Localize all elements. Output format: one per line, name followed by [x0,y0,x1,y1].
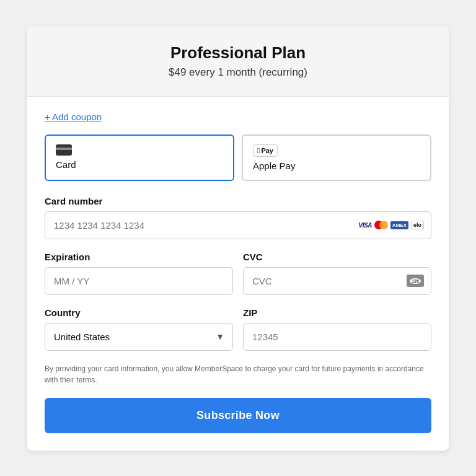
apple-logo-icon:  [257,146,260,155]
zip-label: ZIP [243,307,431,318]
card-brands: VISA AMEX elo [359,221,424,229]
disclaimer-text: By providing your card information, you … [45,363,431,386]
mastercard-icon [374,221,388,229]
cvc-card-icon [407,275,424,287]
cvc-section: CVC [243,252,431,295]
country-section: Country United States ▼ [45,307,233,351]
cvc-label: CVC [243,252,431,262]
form-body: + Add coupon Card  Pay Apple Pay Card n… [27,97,449,451]
expiry-cvc-row: Expiration CVC [45,252,431,307]
amex-icon: AMEX [390,221,408,229]
zip-input[interactable] [243,323,431,351]
expiration-label: Expiration [45,252,233,262]
card-payment-option[interactable]: Card [45,134,234,181]
apple-pay-badge:  Pay [253,144,278,157]
cvc-wrapper [243,267,431,295]
zip-section: ZIP [243,307,431,351]
card-label: Card [56,159,76,170]
payment-container: Professional Plan $49 every 1 month (rec… [27,26,449,451]
card-number-label: Card number [45,196,431,206]
card-number-section: Card number VISA AMEX elo [45,196,431,239]
country-select[interactable]: United States [45,323,233,351]
plan-price: $49 every 1 month (recurring) [40,66,436,79]
subscribe-button[interactable]: Subscribe Now [45,398,431,433]
apple-pay-option[interactable]:  Pay Apple Pay [242,134,431,181]
plan-title: Professional Plan [40,43,436,63]
expiration-section: Expiration [45,252,233,295]
expiration-input[interactable] [45,267,233,295]
card-number-wrapper: VISA AMEX elo [45,211,431,239]
apple-pay-badge-label: Pay [261,147,273,154]
country-label: Country [45,307,233,318]
country-select-wrapper: United States ▼ [45,323,233,351]
plan-header: Professional Plan $49 every 1 month (rec… [27,26,449,97]
elo-icon: elo [411,221,424,229]
add-coupon-link[interactable]: + Add coupon [45,112,102,122]
visa-icon: VISA [359,222,372,229]
apple-pay-label: Apple Pay [253,161,295,171]
credit-card-icon [56,144,72,156]
country-zip-row: Country United States ▼ ZIP [45,307,431,363]
cvc-input[interactable] [243,267,431,295]
payment-methods: Card  Pay Apple Pay [45,134,431,181]
